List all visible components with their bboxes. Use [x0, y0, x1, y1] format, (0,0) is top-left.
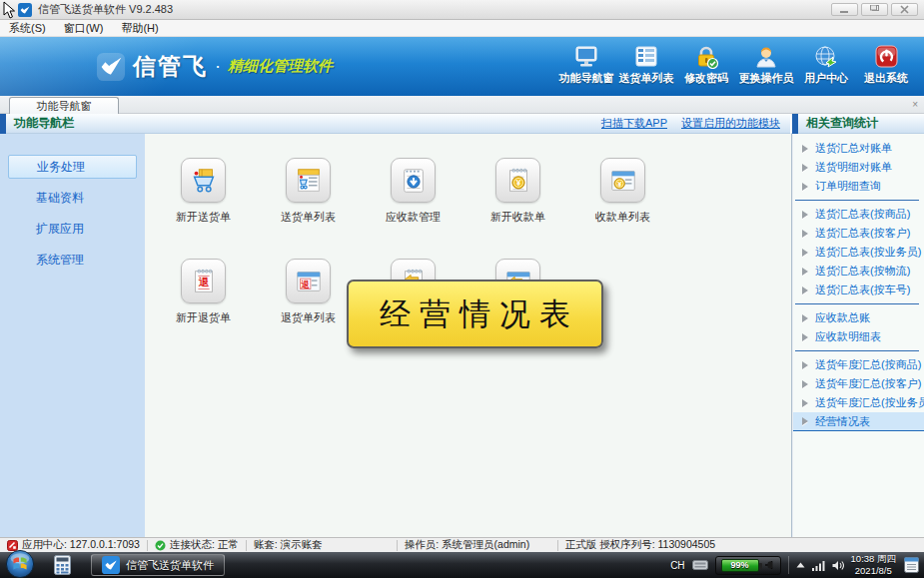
nav-sidebar: 业务处理 基础资料 扩展应用 系统管理 — [0, 134, 145, 537]
arrow-right-icon — [802, 249, 808, 257]
arrow-right-icon — [802, 314, 808, 322]
stats-item[interactable]: 送货汇总表(按车号) — [793, 281, 924, 299]
stats-item[interactable]: 送货明细对账单 — [793, 158, 924, 177]
svg-text:退: 退 — [300, 279, 310, 289]
toolbar-change-password-button[interactable]: 修改密码 — [676, 42, 736, 91]
svg-text:退: 退 — [197, 277, 209, 288]
cart-list-icon — [294, 166, 324, 196]
status-account: 账套: 演示账套 — [247, 538, 397, 552]
stats-item[interactable]: 送货年度汇总(按商品) — [793, 355, 924, 374]
taskbar-app-button[interactable]: 信管飞送货单软件 — [91, 554, 225, 576]
speaker-icon[interactable] — [832, 560, 844, 571]
stats-item[interactable]: 送货汇总表(按商品) — [793, 205, 924, 224]
arrow-right-icon — [802, 145, 808, 153]
network-signal-icon[interactable] — [812, 560, 825, 571]
tile-new-receipt[interactable]: ¥ 新开收款单 — [465, 158, 570, 223]
status-connection: 连接状态: 正常 — [148, 538, 246, 552]
arrow-right-icon — [802, 361, 808, 369]
menu-window[interactable]: 窗口(W) — [55, 21, 113, 36]
status-operator: 操作员: 系统管理员(admin) — [398, 538, 557, 552]
stats-item[interactable]: 送货汇总表(按物流) — [793, 262, 924, 281]
status-bar: 应用中心: 127.0.0.1:7093 连接状态: 正常 账套: 演示账套 操… — [0, 537, 924, 552]
menu-help[interactable]: 帮助(H) — [112, 21, 167, 36]
sidebar-item-business[interactable]: 业务处理 — [8, 155, 137, 179]
receipt-return-icon: 退 — [189, 267, 219, 296]
tile-delivery-order-list[interactable]: 送货单列表 — [256, 158, 361, 223]
tile-new-delivery-order[interactable]: 新开送货单 — [151, 158, 256, 223]
arrow-right-icon — [802, 230, 808, 238]
stats-item-business-report[interactable]: 经营情况表 — [793, 412, 924, 431]
close-button[interactable] — [891, 3, 918, 16]
input-language-indicator[interactable]: CH — [670, 560, 684, 571]
stats-item[interactable]: 应收款明细表 — [793, 327, 924, 346]
tile-receipt-list[interactable]: ¥ 收款单列表 — [570, 158, 675, 223]
nav-panel-header: 功能导航栏 扫描下载APP 设置启用的功能模块 — [0, 114, 790, 134]
stats-panel-header: 相关查询统计 — [790, 114, 924, 134]
stats-item[interactable]: 订单明细查询 — [793, 177, 924, 196]
sidebar-item-basic-data[interactable]: 基础资料 — [8, 186, 137, 210]
minimize-button[interactable] — [831, 3, 858, 16]
menu-bar: 系统(S) 窗口(W) 帮助(H) — [0, 20, 924, 37]
arrow-right-icon — [802, 399, 808, 407]
svg-text:¥: ¥ — [515, 178, 520, 188]
tile-return-order-list[interactable]: 退 退货单列表 — [256, 259, 361, 323]
keyboard-icon[interactable] — [692, 560, 708, 570]
stats-divider — [795, 200, 919, 201]
brand-slogan: 精细化管理软件 — [228, 57, 333, 76]
sidebar-item-system[interactable]: 系统管理 — [8, 248, 137, 272]
check-circle-icon — [155, 540, 166, 551]
menu-system[interactable]: 系统(S) — [0, 21, 55, 36]
cart-icon — [189, 166, 219, 196]
show-hidden-icons-button[interactable] — [796, 562, 805, 568]
tab-close-icon[interactable]: × — [912, 99, 918, 110]
system-tray: CH 99% 10:38 周四 2021/8/5 — [670, 552, 924, 578]
mouse-cursor-icon — [2, 1, 16, 19]
toolbar-nav-window-button[interactable]: 功能导航窗 — [556, 42, 616, 91]
main-area: 新开送货单 送货单列表 应收款管理 ¥ 新开收款单 ¥ 收款单列表 — [145, 134, 791, 537]
arrow-right-icon — [802, 211, 808, 219]
toolbar-delivery-list-button[interactable]: 送货单列表 — [616, 42, 676, 91]
download-app-link[interactable]: 扫描下载APP — [601, 116, 667, 131]
brand-name: 信管飞 — [133, 51, 208, 82]
power-plug-icon — [763, 559, 775, 571]
arrow-right-icon — [802, 183, 808, 191]
taskbar-calculator-button[interactable] — [49, 553, 75, 577]
battery-widget[interactable]: 99% — [715, 556, 781, 575]
taskbar-clock[interactable]: 10:38 周四 2021/8/5 — [851, 553, 896, 577]
power-icon — [873, 45, 899, 69]
content: 功能导航栏 扫描下载APP 设置启用的功能模块 相关查询统计 业务处理 基础资料… — [0, 114, 924, 537]
stats-item[interactable]: 送货年度汇总(按业务员) — [793, 393, 924, 412]
restore-button[interactable] — [861, 3, 888, 16]
list-icon — [633, 45, 659, 69]
app-header: 信管飞 · 精细化管理软件 功能导航窗 送货单列表 修改密码 更换操作员 用户中… — [0, 37, 924, 96]
module-settings-link[interactable]: 设置启用的功能模块 — [681, 116, 780, 131]
battery-icon: 99% — [721, 559, 759, 572]
stats-item[interactable]: 应收款总账 — [793, 308, 924, 327]
brand-logo-icon — [96, 52, 126, 82]
header-toolbar: 功能导航窗 送货单列表 修改密码 更换操作员 用户中心 退出系统 — [556, 42, 924, 91]
window-title: 信管飞送货单软件 V9.2.483 — [38, 2, 173, 17]
stats-panel: 送货汇总对账单 送货明细对账单 订单明细查询 送货汇总表(按商品) 送货汇总表(… — [793, 134, 924, 537]
tab-strip: 功能导航窗 × — [0, 96, 924, 114]
sidebar-item-extensions[interactable]: 扩展应用 — [8, 217, 137, 241]
toolbar-switch-operator-button[interactable]: 更换操作员 — [736, 42, 796, 91]
arrow-right-icon — [802, 417, 808, 425]
start-button[interactable] — [5, 549, 35, 578]
tab-nav-window[interactable]: 功能导航窗 — [9, 97, 119, 114]
tile-receivables-management[interactable]: 应收款管理 — [361, 158, 465, 223]
toolbar-exit-button[interactable]: 退出系统 — [856, 42, 916, 91]
stats-item[interactable]: 送货汇总表(按客户) — [793, 224, 924, 243]
toolbar-user-center-button[interactable]: 用户中心 — [796, 42, 856, 91]
app-logo-icon — [18, 3, 32, 17]
notes-icon[interactable] — [903, 556, 920, 574]
arrow-right-icon — [802, 268, 808, 276]
tile-new-return-order[interactable]: 退 新开退货单 — [151, 259, 256, 323]
stats-item[interactable]: 送货汇总对账单 — [793, 139, 924, 158]
brand-separator: · — [215, 56, 221, 77]
brand: 信管飞 · 精细化管理软件 — [96, 51, 333, 82]
app-logo-icon — [102, 556, 120, 574]
lock-icon — [693, 45, 719, 69]
window-coin-icon: ¥ — [608, 166, 638, 196]
stats-item[interactable]: 送货汇总表(按业务员) — [793, 243, 924, 262]
stats-item[interactable]: 送货年度汇总(按客户) — [793, 374, 924, 393]
